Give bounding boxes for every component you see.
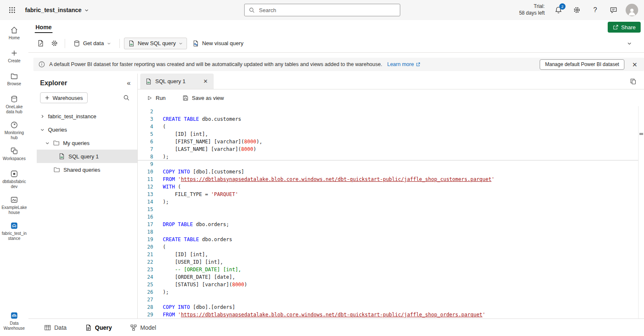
tree-item-fabric-test-instance[interactable]: fabric_test_instance [37, 109, 137, 123]
tree-item-queries[interactable]: Queries [37, 123, 137, 136]
code-line-12[interactable]: 12WITH ( [138, 183, 644, 191]
line-number: 5 [138, 130, 153, 138]
manage-default-dataset-button[interactable]: Manage default Power BI dataset [540, 59, 624, 70]
code-line-14[interactable]: 14); [138, 198, 644, 206]
add-warehouses-button[interactable]: Warehouses [40, 92, 88, 103]
code-line-13[interactable]: 13 FILE_TYPE = 'PARQUET' [138, 191, 644, 198]
code-line-6[interactable]: 6 [FIRST_NAME] [varchar](8000), [138, 138, 644, 145]
ribbon-tab-row: Home Share [28, 20, 644, 34]
editor-scrollbar[interactable] [638, 106, 644, 318]
settings-button[interactable] [571, 4, 583, 16]
tree-item-shared-queries[interactable]: Shared queries [37, 163, 137, 176]
save-view-icon [182, 95, 189, 101]
nav-rail-item-onelake-data-hub[interactable]: OneLake data hub [0, 92, 28, 117]
code-line-8[interactable]: 8); [138, 153, 644, 160]
new-report-button[interactable] [34, 37, 47, 50]
code-line-19[interactable]: 19CREATE TABLE dbo.orders [138, 236, 644, 243]
sql-code-editor[interactable]: 23CREATE TABLE dbo.customers4(5 [ID] [in… [138, 106, 644, 318]
tab-home[interactable]: Home [34, 22, 53, 33]
code-line-24[interactable]: 24 [ORDER_DATE] [date], [138, 273, 644, 281]
query-icon [85, 324, 92, 331]
nav-rail-item-dbtlabsfabricdev[interactable]: dbtlabsfabricdev [0, 167, 28, 192]
explorer-search-button[interactable] [121, 92, 132, 104]
bottom-tab-label: Data [54, 324, 67, 331]
line-content: FROM 'https://dbtlabsynapsedatalake.blob… [153, 311, 485, 318]
search-input[interactable] [258, 7, 396, 14]
code-line-28[interactable]: 28COPY INTO [dbo].[orders] [138, 303, 644, 311]
account-avatar[interactable] [626, 4, 638, 16]
code-line-26[interactable]: 26); [138, 288, 644, 296]
monitoring-hub-icon [10, 121, 18, 129]
nav-rail-item-monitoring-hub[interactable]: Monitoring hub [0, 118, 28, 143]
nav-rail-item-workspaces[interactable]: Workspaces [0, 144, 28, 166]
new-sql-query-button[interactable]: New SQL query [124, 38, 187, 49]
banner-close-button[interactable]: ✕ [629, 61, 641, 68]
code-line-18[interactable]: 18 [138, 228, 644, 236]
code-line-4[interactable]: 4( [138, 123, 644, 130]
notifications-button[interactable]: 2 [552, 4, 565, 16]
line-number: 24 [138, 273, 153, 281]
nav-rail-item-create[interactable]: Create [0, 46, 28, 68]
tree-item-sql-query-1[interactable]: SQL query 1 [37, 150, 137, 163]
app-launcher-button[interactable] [5, 3, 19, 17]
tree-item-label: fabric_test_instance [48, 113, 96, 120]
copy-button[interactable] [627, 76, 639, 87]
code-line-22[interactable]: 22 [USER_ID] [int], [138, 258, 644, 266]
bottom-tab-model[interactable]: Model [128, 324, 159, 331]
nav-rail-item-browse[interactable]: Browse [0, 69, 28, 91]
code-line-25[interactable]: 25 [STATUS] [varchar](8000) [138, 281, 644, 288]
line-number: 28 [138, 303, 153, 311]
feedback-button[interactable] [607, 4, 620, 16]
save-as-view-button[interactable]: Save as view [180, 94, 227, 102]
line-content: COPY INTO [dbo].[customers] [153, 168, 244, 176]
code-line-5[interactable]: 5 [ID] [int], [138, 130, 644, 138]
code-line-9[interactable]: 9 [138, 160, 644, 168]
warehouse-settings-button[interactable] [48, 37, 61, 50]
code-line-2[interactable]: 2 [138, 108, 644, 115]
code-line-11[interactable]: 11FROM 'https://dbtlabsynapsedatalake.bl… [138, 176, 644, 183]
bottom-tab-data[interactable]: Data [42, 324, 69, 331]
line-number: 9 [138, 160, 153, 168]
line-content: ); [153, 153, 169, 160]
get-data-button[interactable]: Get data [69, 38, 115, 49]
code-line-20[interactable]: 20( [138, 243, 644, 251]
nav-rail-item-data-warehouse[interactable]: Data Warehouse [0, 309, 28, 333]
line-content: ); [153, 288, 169, 296]
help-icon: ? [593, 6, 597, 14]
learn-more-link[interactable]: Learn more [387, 61, 420, 67]
folder-icon [53, 166, 60, 173]
ribbon-collapse-button[interactable] [624, 38, 635, 49]
nav-rail-item-label: Monitoring hub [1, 130, 27, 140]
play-icon [147, 95, 152, 101]
nav-rail-item-home[interactable]: Home [0, 23, 28, 45]
bottom-tab-query[interactable]: Query [83, 324, 114, 331]
tree-item-my-queries[interactable]: My queries [37, 136, 137, 150]
code-line-7[interactable]: 7 [LAST_NAME] [varchar](8000) [138, 145, 644, 153]
help-button[interactable]: ? [589, 4, 601, 16]
line-number: 4 [138, 123, 153, 130]
code-line-21[interactable]: 21 [ID] [int], [138, 251, 644, 258]
new-report-icon [37, 40, 44, 47]
code-line-15[interactable]: 15 [138, 206, 644, 213]
browse-icon [10, 72, 18, 80]
search-box [244, 4, 400, 16]
code-line-27[interactable]: 27 [138, 296, 644, 303]
code-line-16[interactable]: 16 [138, 213, 644, 221]
code-line-10[interactable]: 10COPY INTO [dbo].[customers] [138, 168, 644, 176]
line-content [153, 213, 163, 221]
info-icon [38, 61, 45, 68]
tab-close-button[interactable]: ✕ [202, 77, 210, 85]
run-button[interactable]: Run [144, 94, 168, 102]
workspace-switcher[interactable]: fabric_test_instance [23, 6, 91, 14]
share-button[interactable]: Share [608, 22, 641, 33]
tab-sql-query-1[interactable]: SQL query 1 ✕ [140, 74, 214, 89]
nav-rail-item-fabric-test-instance[interactable]: fabric_test_instance [0, 219, 28, 244]
new-visual-query-button[interactable]: New visual query [188, 38, 247, 49]
code-line-29[interactable]: 29FROM 'https://dbtlabsynapsedatalake.bl… [138, 311, 644, 318]
explorer-collapse-button[interactable]: « [124, 79, 133, 87]
nav-rail-item-examplelakehouse[interactable]: ExampleLakehouse [0, 193, 28, 218]
code-line-17[interactable]: 17DROP TABLE dbo.orders; [138, 221, 644, 228]
code-line-3[interactable]: 3CREATE TABLE dbo.customers [138, 115, 644, 123]
code-line-23[interactable]: 23 -- [ORDER_DATE] [int], [138, 266, 644, 273]
code-lines: 23CREATE TABLE dbo.customers4(5 [ID] [in… [138, 108, 644, 318]
